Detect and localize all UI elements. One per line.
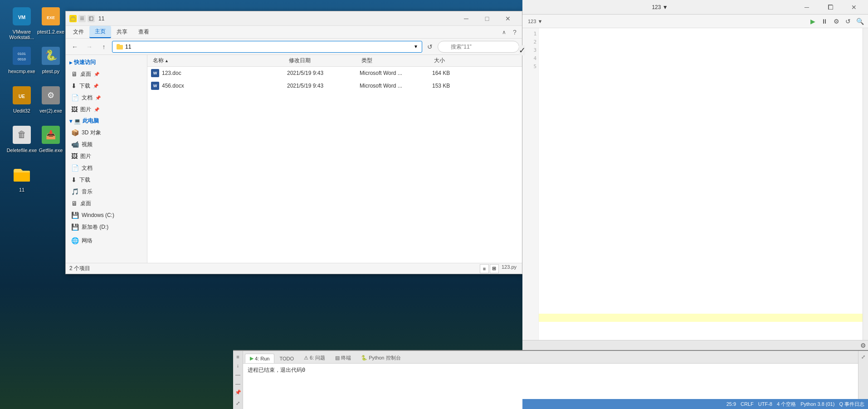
forward-button[interactable]: →	[83, 41, 96, 53]
quick-icon-2	[78, 15, 86, 22]
sidebar-docs-quick-label: 文档	[82, 94, 93, 102]
col-header-date[interactable]: 修改日期	[287, 57, 360, 64]
address-path-display[interactable]: 11 ▼	[112, 41, 422, 53]
file-name-1: 456.docx	[162, 83, 184, 89]
console-right-btn-1[interactable]: ⤢	[859, 353, 868, 361]
refresh-button[interactable]: ↺	[424, 41, 436, 53]
up-button[interactable]: ↑	[98, 41, 110, 53]
sidebar-item-downloads[interactable]: ⬇ 下载	[66, 174, 147, 186]
file-type-cell-0: Microsoft Word ...	[360, 70, 432, 76]
ide-scrollbar[interactable]	[863, 28, 868, 340]
menu-share[interactable]: 共享	[111, 26, 133, 38]
pin-icon: 📌	[94, 72, 99, 77]
desktop-icon-getfile[interactable]: 📥 Getfile.exe	[33, 122, 69, 155]
desktop-icon-folder11[interactable]: 11	[4, 162, 40, 194]
table-row[interactable]: W 456.docx 2021/5/19 9:43 Microsoft Word…	[147, 79, 522, 92]
sidebar-item-download-quick[interactable]: ⬇ 下载 📌	[66, 80, 147, 92]
problems-tab-label: 6: 问题	[310, 355, 325, 361]
col-header-type[interactable]: 类型	[360, 57, 432, 64]
pictures-quick-icon: 🖼	[71, 106, 78, 113]
address-dropdown-button[interactable]: ▼	[414, 44, 418, 49]
console-tab-terminal[interactable]: ▤ 终端	[330, 353, 356, 363]
desktop-icon-ptest[interactable]: 🐍 ptest.py	[33, 43, 69, 76]
console-tab-todo[interactable]: TODO	[274, 354, 299, 363]
sidebar-item-3dobjects[interactable]: 📦 3D 对象	[66, 127, 147, 138]
expand-ribbon-button[interactable]: ∧	[498, 27, 509, 38]
console-tab-problems[interactable]: ⚠ 6: 问题	[299, 353, 330, 363]
address-bar: ← → ↑ 11 ▼ ↺ 🔍	[66, 39, 522, 55]
details-view-button[interactable]: ⊞	[490, 264, 499, 273]
sidebar-drive-d-label: 新加卷 (D:)	[82, 223, 108, 231]
sidebar-item-video[interactable]: 📹 视频	[66, 138, 147, 150]
console-toolbar-btn-pin[interactable]: 📌	[234, 388, 242, 396]
ide-settings-gear-button[interactable]: ⚙	[860, 342, 866, 349]
col-date-label: 修改日期	[289, 57, 311, 64]
ide-minimize-button[interactable]: ─	[796, 0, 817, 15]
desktop-quick-icon: 🖥	[71, 70, 78, 78]
ide-restore-button[interactable]: ⧠	[820, 0, 841, 15]
sidebar-this-pc-header[interactable]: ▾ 💻 此电脑	[66, 115, 147, 127]
table-row[interactable]: W 123.doc 2021/5/19 9:43 Microsoft Word …	[147, 67, 522, 79]
music-icon: 🎵	[71, 188, 79, 195]
svg-text:📥: 📥	[46, 130, 56, 140]
list-view-button[interactable]: ≡	[480, 264, 489, 273]
sidebar-item-pictures-quick[interactable]: 🖼 图片 📌	[66, 103, 147, 115]
sidebar-quick-access-header[interactable]: ▸ 快速访问	[66, 57, 147, 68]
this-pc-label: 此电脑	[83, 117, 99, 125]
col-header-size[interactable]: 大小	[432, 57, 478, 64]
3d-icon: 📦	[71, 129, 79, 136]
file-date-cell-0: 2021/5/19 9:43	[287, 70, 360, 76]
svg-rect-17	[71, 18, 75, 21]
maximize-button[interactable]: □	[477, 11, 497, 26]
search-wrapper: 🔍	[438, 41, 519, 53]
ptest-label: ptest.py	[42, 69, 60, 74]
sidebar-item-music[interactable]: 🎵 音乐	[66, 186, 147, 197]
ide-run-button[interactable]: ▶	[807, 16, 818, 27]
ide-settings-toolbar-button[interactable]: ⚙	[831, 16, 842, 27]
menu-home[interactable]: 主页	[89, 26, 111, 38]
sidebar-item-new-volume-d[interactable]: 💾 新加卷 (D:)	[66, 221, 147, 233]
col-header-name[interactable]: 名称 ▲	[151, 57, 287, 64]
search-input[interactable]	[438, 41, 519, 53]
ide-close-button[interactable]: ✕	[844, 0, 864, 15]
sidebar-item-desktop[interactable]: 🖥 桌面	[66, 197, 147, 209]
file-name-0: 123.doc	[162, 70, 181, 76]
help-icon-button[interactable]: ?	[509, 27, 520, 38]
minimize-button[interactable]: ─	[456, 11, 477, 26]
ide-pause-button[interactable]: ⏸	[819, 16, 830, 27]
sidebar-item-desktop-quick[interactable]: 🖥 桌面 📌	[66, 68, 147, 80]
ide-search-toolbar-button[interactable]: 🔍	[854, 16, 865, 27]
documents-icon: 📄	[71, 164, 79, 172]
drive-d-icon: 💾	[71, 223, 79, 231]
close-button[interactable]: ✕	[497, 11, 518, 26]
pin-icon-2: 📌	[93, 84, 98, 89]
file-name-cell-0: W 123.doc	[151, 69, 287, 77]
console-toolbar-btn-2[interactable]: ↓	[234, 362, 242, 370]
back-button[interactable]: ←	[68, 41, 81, 53]
ide-refresh-toolbar-button[interactable]: ↺	[843, 16, 853, 27]
sidebar-item-documents[interactable]: 📄 文档	[66, 162, 147, 174]
file-size-cell-0: 164 KB	[432, 70, 478, 76]
console-tab-run[interactable]: ▶ 4: Run	[245, 354, 274, 363]
sidebar-desktop-quick-label: 桌面	[80, 70, 91, 78]
console-toolbar-btn-4[interactable]: —	[234, 379, 242, 388]
menu-view[interactable]: 查看	[133, 26, 155, 38]
file-path-label: 123.py	[500, 264, 518, 273]
ide-code-area[interactable]	[539, 28, 863, 340]
menu-file[interactable]: 文件	[68, 26, 89, 38]
explorer-titlebar: 11 ─ □ ✕	[66, 11, 522, 26]
sidebar-item-network[interactable]: 🌐 网络	[66, 235, 147, 246]
file-name-cell-1: W 456.docx	[151, 82, 287, 90]
desktop-icon-ver2[interactable]: ⚙ ver(2).exe	[33, 83, 69, 115]
ide-titlebar: 123 ▼ ─ ⧠ ✕	[522, 0, 868, 15]
sidebar-item-docs-quick[interactable]: 📄 文档 📌	[66, 92, 147, 103]
file-date-1: 2021/5/19 9:43	[287, 83, 323, 89]
console-tab-python[interactable]: 🐍 Python 控制台	[356, 353, 405, 363]
desktop-icon-ptest12[interactable]: EXE ptest1.2.exe	[33, 4, 69, 36]
sidebar-item-pictures[interactable]: 🖼 图片	[66, 150, 147, 162]
console-toolbar-btn-3[interactable]: —	[234, 370, 242, 379]
sidebar-item-windows-c[interactable]: 💾 Windows (C:)	[66, 209, 147, 221]
console-toolbar-btn-expand[interactable]: ⤢	[234, 399, 242, 407]
ide-settings-bar: ⚙	[522, 340, 868, 350]
console-toolbar-btn-1[interactable]: ≡	[234, 353, 242, 361]
